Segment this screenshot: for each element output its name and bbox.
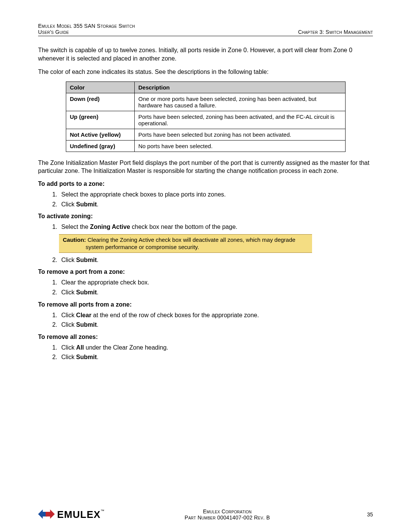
- header-product: Emulex Model 355 SAN Storage Switch: [38, 23, 135, 29]
- step-text: Click: [61, 201, 76, 208]
- cell-desc: Ports have been selected but zoning has …: [134, 129, 345, 140]
- header-left: Emulex Model 355 SAN Storage Switch User…: [38, 23, 135, 35]
- step: Select the appropriate check boxes to pl…: [59, 190, 373, 200]
- procedure-remove-all-zones: Click All under the Clear Zone heading. …: [51, 343, 373, 362]
- step: Click Submit.: [59, 352, 373, 362]
- cell-desc: One or more ports have been selected, zo…: [134, 93, 345, 111]
- step-text: Click: [61, 312, 76, 318]
- procedure-remove-all-ports: Click Clear at the end of the row of che…: [51, 310, 373, 330]
- step-text: Select the: [61, 224, 90, 230]
- intro-paragraph-1: The switch is capable of up to twelve zo…: [38, 46, 373, 62]
- caution-text-line2: system performance or compromise securit…: [63, 243, 308, 251]
- step-bold: Submit: [76, 289, 97, 296]
- logo-wordmark: EMULEX: [57, 509, 100, 520]
- procedure-title-add-ports: To add ports to a zone:: [38, 181, 373, 187]
- table-row: Undefined (gray) No ports have been sele…: [66, 140, 345, 152]
- procedure-title-remove-port: To remove a port from a zone:: [38, 268, 373, 275]
- step: Select the Zoning Active check box near …: [59, 222, 373, 232]
- header-guide: User's Guide: [38, 29, 135, 35]
- step: Click Submit.: [59, 255, 373, 265]
- cell-color: Not Active (yellow): [66, 129, 134, 140]
- trademark-icon: ™: [100, 509, 104, 513]
- procedure-remove-port: Clear the appropriate check box. Click S…: [51, 278, 373, 297]
- step-text: Click: [61, 289, 76, 296]
- step: Click Submit.: [59, 200, 373, 209]
- cell-color: Undefined (gray): [66, 140, 134, 152]
- col-header-color: Color: [66, 81, 134, 93]
- footer-center: Emulex Corporation Part Number 00041407-…: [104, 508, 350, 521]
- step-text: .: [97, 201, 98, 208]
- step-bold: Zoning Active: [90, 224, 130, 230]
- step-bold: All: [76, 344, 84, 351]
- content-area: Emulex Model 355 SAN Storage Switch User…: [38, 23, 373, 493]
- step: Click Submit.: [59, 320, 373, 330]
- step-text: at the end of the row of check boxes for…: [91, 312, 259, 318]
- page-footer: EMULEX™ Emulex Corporation Part Number 0…: [38, 508, 373, 521]
- step-text: Click: [61, 344, 76, 351]
- header-chapter: Chapter 3: Switch Management: [298, 29, 373, 35]
- emulex-logo-icon: [38, 509, 55, 521]
- step-text: Click: [61, 257, 76, 263]
- table-row: Down (red) One or more ports have been s…: [66, 93, 345, 111]
- caution-text: Clearing the Zoning Active check box wil…: [86, 236, 295, 243]
- step-bold: Submit: [76, 354, 97, 360]
- procedure-add-ports: Select the appropriate check boxes to pl…: [51, 190, 373, 209]
- zone-status-table: Color Description Down (red) One or more…: [66, 81, 346, 152]
- step: Click Submit.: [59, 288, 373, 297]
- step-text: Click: [61, 321, 76, 328]
- step: Click All under the Clear Zone heading.: [59, 343, 373, 353]
- intro-paragraph-2: The color of each zone indicates its sta…: [38, 68, 373, 76]
- step-bold: Clear: [76, 312, 91, 318]
- footer-company: Emulex Corporation: [104, 508, 350, 514]
- cell-color: Up (green): [66, 111, 134, 129]
- caution-box: Caution: Clearing the Zoning Active chec…: [59, 234, 312, 253]
- step-text: check box near the bottom of the page.: [130, 224, 237, 230]
- step-bold: Submit: [76, 201, 97, 208]
- procedure-activate-zoning: Select the Zoning Active check box near …: [51, 222, 373, 232]
- emulex-logo: EMULEX™: [38, 509, 104, 521]
- caution-label: Caution:: [63, 236, 86, 243]
- table-row: Not Active (yellow) Ports have been sele…: [66, 129, 345, 140]
- table-row: Up (green) Ports have been selected, zon…: [66, 111, 345, 129]
- procedure-title-remove-all-ports: To remove all ports from a zone:: [38, 301, 373, 308]
- step-text: .: [97, 354, 98, 360]
- document-page: Emulex Model 355 SAN Storage Switch User…: [0, 0, 411, 532]
- step-text: Click: [61, 354, 76, 360]
- step-bold: Submit: [76, 257, 97, 263]
- step: Click Clear at the end of the row of che…: [59, 310, 373, 320]
- cell-color: Down (red): [66, 93, 134, 111]
- paragraph-after-table: The Zone Initialization Master Port fiel…: [38, 159, 373, 175]
- table-header-row: Color Description: [66, 81, 345, 93]
- col-header-description: Description: [134, 81, 345, 93]
- footer-part-number: Part Number 00041407-002 Rev. B: [104, 514, 350, 521]
- logo-text: EMULEX™: [57, 509, 104, 521]
- step-text: .: [97, 257, 98, 263]
- svg-marker-1: [46, 509, 55, 519]
- step-bold: Submit: [76, 321, 97, 328]
- cell-desc: No ports have been selected.: [134, 140, 345, 152]
- page-header: Emulex Model 355 SAN Storage Switch User…: [38, 23, 373, 36]
- step-text: .: [97, 321, 98, 328]
- step: Clear the appropriate check box.: [59, 278, 373, 288]
- procedure-activate-zoning-cont: Click Submit.: [51, 255, 373, 265]
- page-number: 35: [350, 511, 373, 518]
- cell-desc: Ports have been selected, zoning has bee…: [134, 111, 345, 129]
- procedure-title-activate-zoning: To activate zoning:: [38, 213, 373, 220]
- step-text: under the Clear Zone heading.: [84, 344, 168, 351]
- procedure-title-remove-all-zones: To remove all zones:: [38, 334, 373, 340]
- step-text: .: [97, 289, 98, 296]
